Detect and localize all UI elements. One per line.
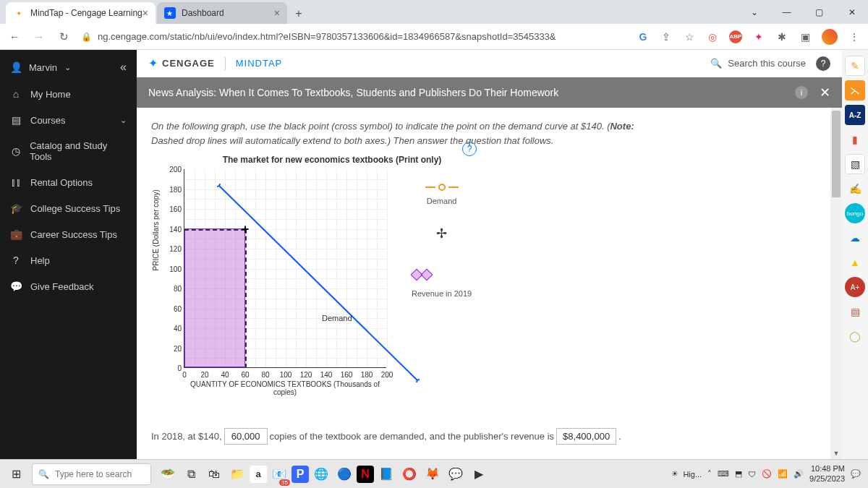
sidebar-item-home[interactable]: ⌂My Home (0, 81, 137, 107)
tab-close-1[interactable]: × (142, 7, 148, 19)
cengage-logo[interactable]: ✦ CENGAGE MINDTAP (148, 56, 282, 70)
tray-block-icon[interactable]: 🚫 (762, 469, 772, 479)
tb-taskview-icon[interactable]: ⧉ (180, 461, 202, 487)
scroll-thumb[interactable] (832, 111, 841, 197)
tb-edge-icon[interactable]: 🔵 (333, 461, 355, 487)
tb-word-icon[interactable]: 📘 (375, 461, 397, 487)
share-icon[interactable]: ⇪ (660, 30, 673, 43)
abp-icon[interactable]: ABP (729, 30, 742, 43)
feedback-icon: 💬 (10, 281, 22, 292)
legend-revenue[interactable]: Revenue in 2019 (412, 270, 472, 298)
puzzle-icon[interactable]: ✱ (775, 30, 788, 43)
rail-az-icon[interactable]: A-Z (845, 105, 865, 125)
sidebar-item-career[interactable]: 💼Career Success Tips (0, 221, 137, 247)
tray-keyboard-icon[interactable]: ⌨ (718, 469, 729, 479)
nav-back[interactable]: ← (7, 30, 22, 43)
rail-aplus-icon[interactable]: A+ (845, 277, 865, 297)
nav-forward[interactable]: → (32, 30, 46, 43)
rail-circle-icon[interactable]: ◯ (845, 326, 865, 346)
tb-amazon-icon[interactable]: a (250, 466, 267, 483)
tb-cortana-icon[interactable]: ⭕ (399, 461, 420, 487)
browser-tab-2[interactable]: ★ Dashboard × (157, 2, 287, 24)
briefcase-icon: 💼 (10, 228, 22, 240)
window-close[interactable]: ✕ (835, 0, 868, 24)
sidebar-item-help[interactable]: ?Help (0, 247, 137, 273)
rail-rss-icon[interactable]: ⋋ (845, 80, 865, 100)
rail-drive-icon[interactable]: ▲ (845, 252, 865, 273)
grad-cap-icon: 🎓 (10, 202, 22, 214)
tray-notifications-icon[interactable]: 💬 (851, 469, 861, 479)
bookmark-star-icon[interactable]: ☆ (683, 30, 696, 43)
drop-line-h (184, 229, 245, 231)
tb-discord-icon[interactable]: 💬 (445, 461, 467, 487)
sidebar-item-courses[interactable]: ▤Courses⌄ (0, 107, 137, 133)
tb-chrome-icon[interactable]: 🌐 (310, 461, 332, 487)
tab-close-2[interactable]: × (274, 7, 280, 19)
tb-mail-icon[interactable]: 📧35 (268, 461, 290, 487)
chart-legend: Demand ✢ Revenue in 2019 (412, 184, 472, 318)
tray-app-icon[interactable]: ⬒ (735, 469, 742, 479)
answer-rev-input[interactable]: $8,400,000 (556, 428, 616, 445)
new-tab-button[interactable]: + (289, 4, 309, 24)
book-icon: ▤ (10, 114, 22, 126)
reading-list-icon[interactable]: ▣ (799, 30, 812, 43)
rail-book-icon[interactable]: ▮ (845, 129, 865, 150)
search-course[interactable]: 🔍 Search this course (710, 58, 806, 69)
window-minimize[interactable]: — (770, 0, 803, 24)
sidebar-item-feedback[interactable]: 💬Give Feedback (0, 273, 137, 299)
window-maximize[interactable]: ▢ (803, 0, 835, 24)
tray-shield-icon[interactable]: 🛡 (748, 470, 756, 479)
address-bar[interactable]: 🔒 ng.cengage.com/static/nb/ui/evo/index.… (81, 31, 626, 42)
tb-firefox-icon[interactable]: 🦊 (422, 461, 443, 487)
legend-cross[interactable]: ✢ (412, 226, 472, 241)
shield-icon[interactable]: ◎ (706, 30, 719, 43)
weather-widget[interactable]: ☀ Hig... (671, 469, 702, 479)
tray-wifi-icon[interactable]: 📶 (778, 469, 788, 479)
rail-draw-icon[interactable]: ✍ (845, 179, 865, 199)
collapse-sidebar-icon[interactable]: « (120, 61, 127, 74)
x-axis-label: QUANTITY OF ECONOMICS TEXTBOOKS (Thousan… (184, 380, 386, 396)
rail-onedrive-icon[interactable]: ☁ (845, 228, 865, 248)
sun-icon: ☀ (671, 469, 678, 479)
tb-salad-icon[interactable]: 🥗 (157, 461, 179, 487)
sidebar-item-rental[interactable]: ⫿⫿Rental Options (0, 169, 137, 195)
content-scrollbar[interactable]: ▲ ▼ (830, 108, 842, 459)
cross-point[interactable]: + (242, 221, 250, 236)
tb-pandora-icon[interactable]: P (292, 466, 309, 483)
sidebar-item-catalog[interactable]: ◷Catalog and Study Tools (0, 133, 137, 169)
tray-volume-icon[interactable]: 🔊 (793, 469, 804, 479)
profile-avatar[interactable] (822, 29, 838, 45)
taskbar-search[interactable]: 🔍 Type here to search (32, 463, 151, 485)
extension-icon[interactable]: ✦ (752, 30, 765, 43)
help-button[interactable]: ? (816, 56, 830, 71)
answer-qty-input[interactable]: 60,000 (224, 428, 268, 445)
scroll-down-icon[interactable]: ▼ (830, 448, 842, 459)
user-dropdown-icon[interactable]: ⌄ (64, 63, 71, 72)
tb-media-icon[interactable]: ▶ (468, 461, 490, 487)
window-dropdown[interactable]: ⌄ (738, 0, 770, 24)
google-icon[interactable]: G (637, 30, 650, 43)
legend-demand[interactable]: Demand (412, 184, 472, 205)
tray-chevron-icon[interactable]: ˄ (707, 469, 712, 479)
tab-title-1: MindTap - Cengage Learning (30, 8, 142, 18)
sidebar-item-college[interactable]: 🎓College Success Tips (0, 195, 137, 221)
plot-area[interactable]: 0 20 40 60 80 100 120 140 160 180 200 0 … (184, 169, 386, 368)
tray-clock[interactable]: 10:48 PM 9/25/2023 (809, 464, 845, 483)
tb-explorer-icon[interactable]: 📁 (226, 461, 248, 487)
rail-flashcard-icon[interactable]: ▧ (845, 154, 865, 174)
info-icon[interactable]: i (795, 86, 808, 99)
tb-netflix-icon[interactable]: N (357, 466, 374, 483)
svg-line-0 (217, 184, 420, 382)
close-icon[interactable]: ✕ (820, 85, 830, 100)
answer-sentence: In 2018, at $140, 60,000 copies of the t… (151, 428, 827, 445)
kebab-menu-icon[interactable]: ⋮ (848, 30, 861, 43)
graph-help-icon[interactable]: ? (462, 142, 477, 156)
rail-bongo-icon[interactable]: bongo (845, 203, 865, 223)
browser-tab-1[interactable]: ✦ MindTap - Cengage Learning × (6, 2, 156, 24)
tb-store-icon[interactable]: 🛍 (203, 461, 225, 487)
start-button[interactable]: ⊞ (1, 460, 30, 489)
nav-reload[interactable]: ↻ (56, 30, 71, 43)
chart-title: The market for new economics textbooks (… (180, 155, 484, 165)
rail-pencil-icon[interactable]: ✎ (845, 56, 865, 76)
rail-notes-icon[interactable]: ▤ (845, 301, 865, 322)
